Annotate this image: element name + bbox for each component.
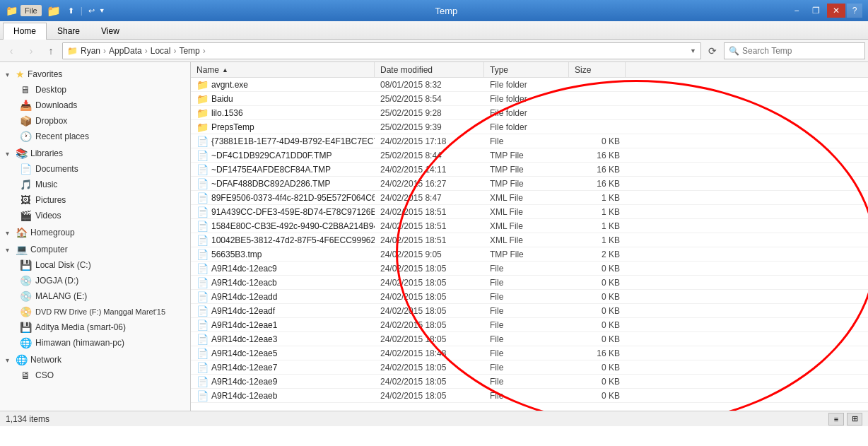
path-part-appdata[interactable]: AppData	[109, 46, 142, 56]
homegroup-label: Homegroup	[30, 228, 75, 237]
help-icon[interactable]: ?	[847, 4, 862, 18]
nav-item-jogja-label: JOGJA (D:)	[35, 276, 78, 286]
file-cell-name: 📄 A9R14dc-12eae7	[191, 362, 375, 373]
nav-item-recent[interactable]: 🕐 Recent places	[0, 129, 190, 144]
table-row[interactable]: 📁 lilo.1536 25/02/2015 9:28 File folder	[191, 106, 868, 120]
close-button[interactable]: ✕	[827, 4, 845, 18]
ribbon-tabs: Home Share View	[0, 21, 868, 39]
file-name-text: 10042BE5-3812-47d2-87F5-4F6ECC99962A	[211, 235, 375, 245]
file-cell-name: 📄 ~DF1475E4AFDE8CF84A.TMP	[191, 164, 375, 175]
table-row[interactable]: 📁 PrepsTemp 25/02/2015 9:39 File folder	[191, 120, 868, 134]
nav-item-local-disk[interactable]: 💾 Local Disk (C:)	[0, 257, 190, 273]
file-cell-type: XML File	[484, 221, 569, 231]
table-row[interactable]: 📄 10042BE5-3812-47d2-87F5-4F6ECC99962A 2…	[191, 233, 868, 247]
table-row[interactable]: 📁 Baidu 25/02/2015 8:54 File folder	[191, 92, 868, 106]
back-button[interactable]: ‹	[3, 42, 20, 59]
table-row[interactable]: 📄 A9R14dc-12eae3 24/02/2015 18:05 File 0…	[191, 332, 868, 346]
path-part-temp[interactable]: Temp	[179, 46, 199, 56]
nav-item-desktop[interactable]: 🖥 Desktop	[0, 82, 190, 98]
path-part-ryan[interactable]: Ryan	[81, 46, 100, 56]
col-header-size[interactable]: Size	[569, 62, 626, 77]
computer-header[interactable]: ▾ 💻 Computer	[0, 242, 190, 257]
tab-share[interactable]: Share	[47, 23, 90, 39]
tab-view[interactable]: View	[90, 23, 130, 39]
restore-button[interactable]: ❐	[807, 4, 826, 18]
nav-item-desktop-label: Desktop	[35, 85, 66, 95]
title-bar: 📁 File 📁 ⬆ | ↩ ▼ Temp − ❐ ✕ ?	[0, 0, 868, 21]
file-icon: 📄	[197, 221, 209, 232]
col-header-date[interactable]: Date modified	[375, 62, 484, 77]
up-button[interactable]: ↑	[42, 42, 59, 59]
nav-item-documents[interactable]: 📄 Documents	[0, 161, 190, 177]
quick-up[interactable]: ⬆	[66, 6, 76, 16]
table-row[interactable]: 📄 A9R14dc-12eae9 24/02/2015 18:05 File 0…	[191, 375, 868, 389]
table-row[interactable]: 📄 89FE9506-0373-4f4c-821D-95E572F064C6 2…	[191, 191, 868, 205]
favorites-arrow: ▾	[6, 71, 13, 78]
nav-item-recent-label: Recent places	[35, 131, 89, 141]
file-cell-name: 📄 A9R14dc-12eacb	[191, 277, 375, 288]
col-header-name[interactable]: Name ▲	[191, 62, 375, 77]
nav-scroll: ▾ ★ Favorites 🖥 Desktop 📥 Downloads 📦 Dr…	[0, 62, 190, 387]
nav-item-himawan[interactable]: 🌐 Himawan (himawan-pc)	[0, 335, 190, 351]
file-cell-size: 0 KB	[569, 320, 626, 330]
col-type-label: Type	[490, 65, 508, 75]
nav-item-cso[interactable]: 🖥 CSO	[0, 368, 190, 383]
table-row[interactable]: 📄 ~DFAF488DBC892AD286.TMP 24/02/2015 16:…	[191, 177, 868, 191]
file-name-text: A9R14dc-12eaeb	[211, 391, 277, 401]
nav-item-jogja[interactable]: 💿 JOGJA (D:)	[0, 273, 190, 288]
file-cell-date: 24/02/2015 9:05	[375, 250, 484, 259]
nav-item-downloads[interactable]: 📥 Downloads	[0, 98, 190, 113]
table-row[interactable]: 📄 ~DF4C1DB929CA71DD0F.TMP 25/02/2015 8:4…	[191, 148, 868, 163]
table-row[interactable]: 📄 91A439CC-DFE3-459E-8D74-E78C97126B4F 2…	[191, 205, 868, 219]
file-cell-date: 08/01/2015 8:32	[375, 80, 484, 90]
path-part-local[interactable]: Local	[151, 46, 171, 56]
table-row[interactable]: 📄 56635B3.tmp 24/02/2015 9:05 TMP File 2…	[191, 247, 868, 262]
table-row[interactable]: 📄 A9R14dc-12eae5 24/02/2015 18:48 File 1…	[191, 346, 868, 360]
forward-button[interactable]: ›	[23, 42, 40, 59]
view-details-button[interactable]: ≡	[828, 413, 844, 426]
file-name-text: 89FE9506-0373-4f4c-821D-95E572F064C6	[211, 193, 375, 203]
table-row[interactable]: 📁 avgnt.exe 08/01/2015 8:32 File folder	[191, 78, 868, 92]
quick-dropdown[interactable]: ▼	[99, 7, 105, 14]
nav-item-dropbox[interactable]: 📦 Dropbox	[0, 113, 190, 129]
quick-new-folder[interactable]: 📁	[45, 4, 63, 18]
table-row[interactable]: 📄 A9R14dc-12eacb 24/02/2015 18:05 File 0…	[191, 276, 868, 290]
table-row[interactable]: 📄 A9R14dc-12eadd 24/02/2015 18:05 File 0…	[191, 290, 868, 304]
nav-item-aditya[interactable]: 💾 Aditya Media (smart-06)	[0, 319, 190, 335]
view-large-icons-button[interactable]: ⊞	[847, 413, 862, 426]
search-input[interactable]	[742, 46, 860, 56]
minimize-button[interactable]: −	[787, 4, 806, 18]
col-sort-name-icon: ▲	[222, 66, 228, 74]
address-dropdown-icon[interactable]: ▼	[690, 47, 696, 54]
address-path[interactable]: 📁 Ryan › AppData › Local › Temp › ▼	[62, 42, 701, 59]
network-header[interactable]: ▾ 🌐 Network	[0, 352, 190, 368]
nav-item-dvd[interactable]: 📀 DVD RW Drive (F:) Manggal Maret'15	[0, 304, 190, 319]
documents-icon: 📄	[20, 163, 31, 175]
table-row[interactable]: 📄 1584E80C-CB3E-492c-9490-C2B8A214B946 2…	[191, 219, 868, 233]
table-row[interactable]: 📄 ~DF1475E4AFDE8CF84A.TMP 24/02/2015 14:…	[191, 163, 868, 177]
quick-access-file[interactable]: File	[20, 5, 42, 16]
table-row[interactable]: 📄 A9R14dc-12eac9 24/02/2015 18:05 File 0…	[191, 262, 868, 276]
refresh-button[interactable]: ⟳	[704, 42, 721, 59]
homegroup-header[interactable]: ▾ 🏠 Homegroup	[0, 225, 190, 240]
file-cell-name: 📄 A9R14dc-12eaeb	[191, 390, 375, 401]
favorites-header[interactable]: ▾ ★ Favorites	[0, 66, 190, 82]
table-row[interactable]: 📄 A9R14dc-12eadf 24/02/2015 18:05 File 0…	[191, 304, 868, 318]
col-header-type[interactable]: Type	[484, 62, 569, 77]
nav-item-malang[interactable]: 💿 MALANG (E:)	[0, 288, 190, 304]
nav-item-music[interactable]: 🎵 Music	[0, 177, 190, 192]
table-row[interactable]: 📄 A9R14dc-12eae7 24/02/2015 18:05 File 0…	[191, 360, 868, 375]
table-row[interactable]: 📄 A9R14dc-12eaeb 24/02/2015 18:05 File 0…	[191, 389, 868, 403]
libraries-header[interactable]: ▾ 📚 Libraries	[0, 146, 190, 161]
network-arrow: ▾	[6, 356, 13, 364]
nav-item-pictures[interactable]: 🖼 Pictures	[0, 192, 190, 208]
quick-undo[interactable]: ↩	[87, 6, 96, 16]
table-row[interactable]: 📄 {73881E1B-1E77-4D49-B792-E4F1BC7EC7...…	[191, 134, 868, 148]
path-sep-3: ›	[173, 46, 176, 56]
table-row[interactable]: 📄 A9R14dc-12eae1 24/02/2015 18:05 File 0…	[191, 318, 868, 332]
local-disk-icon: 💾	[20, 259, 31, 271]
tab-home[interactable]: Home	[3, 23, 47, 40]
nav-section-favorites: ▾ ★ Favorites 🖥 Desktop 📥 Downloads 📦 Dr…	[0, 66, 190, 144]
nav-item-videos[interactable]: 🎬 Videos	[0, 208, 190, 223]
file-cell-size: 16 KB	[569, 179, 626, 189]
